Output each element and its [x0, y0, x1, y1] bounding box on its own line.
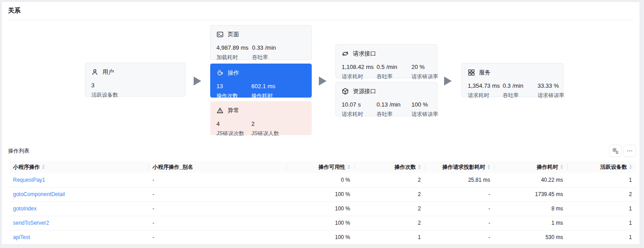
column-header-操作次数[interactable]: 操作次数 [354, 161, 425, 173]
table-row: RequestPay1-0 %225.81 ms40.22 ms1 [9, 173, 636, 187]
table-cell: gotoComponentDetail [9, 187, 148, 201]
table-cell: 530 ms [494, 230, 567, 244]
metric: 0.5 /min吞吐率 [377, 64, 408, 81]
metric-label: 活跃设备数 [91, 91, 123, 99]
table-cell: gotoIndex [9, 201, 148, 216]
sort-icon [629, 165, 632, 169]
horizontal-scrollbar[interactable] [2, 244, 640, 248]
operation-link[interactable]: gotoIndex [13, 205, 37, 212]
metric-value: 13 [216, 83, 248, 90]
metric-label: 请求错误率 [538, 92, 569, 99]
metric: 33.33 %请求错误率 [538, 82, 569, 99]
node-page[interactable]: 页面 4,987.89 ms加载耗时0.33 /min吞吐率 [210, 25, 312, 60]
metric: 1,354.73 ms请求耗时 [468, 82, 499, 99]
node-title: 操作 [228, 69, 239, 77]
more-actions-button[interactable] [623, 145, 636, 157]
metric: 0.3 /min吞吐率 [503, 82, 534, 99]
metric: 2JS错误人数 [251, 120, 283, 137]
metric-label: 吞吐率 [377, 73, 408, 81]
table-cell: - [148, 201, 286, 216]
node-title: 异常 [228, 107, 239, 115]
table-row: gotoIndex-100 %2-8 ms1 [9, 201, 636, 216]
column-header-活跃设备数[interactable]: 活跃设备数 [567, 161, 636, 173]
topology-graph: 用户 3活跃设备数 页面 4,987.89 ms加载耗时0.33 /min吞吐率 [2, 20, 640, 142]
table-cell: 2 [354, 187, 425, 201]
table-cell: 2 [354, 173, 425, 187]
operation-link[interactable]: RequestPay1 [13, 177, 45, 183]
table-body: RequestPay1-0 %225.81 ms40.22 ms1gotoCom… [9, 173, 636, 244]
table-cell: - [148, 230, 286, 244]
table-cell: - [425, 230, 494, 244]
metric-value: 1,108.42 ms [342, 64, 373, 70]
node-service-header: 服务 [468, 68, 557, 77]
column-label: 操作请求投影耗时 [442, 164, 485, 170]
node-metrics: 10.07 s请求耗时0.13 /min吞吐率100 %请求错误率 [342, 101, 431, 118]
gear-list-icon [612, 147, 619, 154]
metric-value: 3 [91, 82, 123, 89]
node-exception[interactable]: 异常 4JS错误次数2JS错误人数 [210, 101, 312, 135]
column-header-操作可用性[interactable]: 操作可用性 [286, 161, 354, 173]
table-cell: 100 % [286, 216, 354, 230]
table-row: gotoComponentDetail-100 %2-1739.45 ms2 [9, 187, 636, 201]
table-cell: 40.22 ms [494, 173, 567, 187]
table-cell: 25.81 ms [425, 173, 494, 187]
metric-value: 4,987.89 ms [216, 44, 249, 51]
column-label: 操作次数 [394, 164, 416, 170]
panel-header: 关系 [2, 2, 640, 20]
cup-icon [216, 69, 224, 77]
table-cell: - [425, 216, 494, 230]
table-cell: 1 [567, 173, 636, 187]
sort-icon [487, 165, 490, 169]
table-header-row: 小程序操作小程序操作_别名操作可用性操作次数操作请求投影耗时操作耗时活跃设备数 [9, 161, 636, 173]
node-user[interactable]: 用户 3活跃设备数 [85, 63, 186, 97]
node-title: 请求接口 [353, 50, 376, 58]
ellipsis-icon [626, 147, 633, 154]
metric-label: 请求错误率 [411, 73, 443, 81]
node-resource-api[interactable]: 资源接口 10.07 s请求耗时0.13 /min吞吐率100 %请求错误率 [335, 82, 437, 116]
metric-value: 0.3 /min [503, 82, 534, 89]
metric: 4,987.89 ms加载耗时 [216, 44, 249, 61]
column-header-操作耗时[interactable]: 操作耗时 [494, 161, 567, 173]
metric: 0.33 /min吞吐率 [252, 44, 284, 61]
flow-arrow-icon [444, 77, 452, 86]
node-page-header: 页面 [216, 30, 305, 38]
metric-label: 吞吐率 [377, 111, 408, 118]
operation-link[interactable]: apiTest [13, 234, 30, 240]
metric-value: 2 [251, 120, 283, 127]
metric-value: 0.5 /min [377, 64, 408, 70]
node-service[interactable]: 服务 1,354.73 ms请求耗时0.3 /min吞吐率33.33 %请求错误… [462, 63, 564, 97]
node-metrics: 4JS错误次数2JS错误人数 [216, 120, 305, 137]
metric: 20 %请求错误率 [411, 64, 443, 81]
metric: 100 %请求错误率 [411, 101, 443, 118]
table-title: 操作列表 [8, 147, 30, 155]
table-cell: 1 [567, 216, 636, 230]
table-cell: sendToServer2 [9, 216, 148, 230]
table-cell: RequestPay1 [9, 173, 148, 187]
column-header-小程序操作[interactable]: 小程序操作 [9, 161, 148, 173]
table-cell: apiTest [9, 230, 148, 244]
flow-arrow-icon [319, 77, 326, 86]
node-metrics: 13操作次数602.1 ms操作耗时 [216, 83, 305, 100]
column-label: 操作可用性 [318, 164, 345, 170]
flow-arrow-icon [194, 77, 201, 86]
column-header-小程序操作_别名: 小程序操作_别名 [148, 161, 286, 173]
node-request-api[interactable]: 请求接口 1,108.42 ms请求耗时0.5 /min吞吐率20 %请求错误率 [335, 44, 437, 78]
operation-link[interactable]: gotoComponentDetail [13, 191, 65, 197]
column-header-操作请求投影耗时[interactable]: 操作请求投影耗时 [425, 161, 494, 173]
column-settings-button[interactable] [609, 145, 622, 157]
node-title: 页面 [228, 30, 239, 38]
metric-value: 0.13 /min [377, 101, 408, 108]
metric-label: 吞吐率 [503, 92, 534, 99]
metric: 4JS错误次数 [216, 120, 248, 137]
sort-icon [42, 165, 45, 169]
metric-label: 吞吐率 [252, 54, 284, 61]
metric-value: 1,354.73 ms [468, 82, 499, 89]
table-cell: 1 [567, 201, 636, 216]
node-operation[interactable]: 操作 13操作次数602.1 ms操作耗时 [210, 64, 312, 98]
panel-title: 关系 [8, 7, 21, 14]
node-title: 用户 [102, 68, 114, 76]
operation-link[interactable]: sendToServer2 [13, 220, 49, 226]
metric-label: 请求耗时 [342, 73, 373, 81]
node-request-api-header: 请求接口 [342, 50, 431, 58]
relation-panel: 关系 用户 3活跃设备数 页面 4,98 [2, 2, 640, 248]
